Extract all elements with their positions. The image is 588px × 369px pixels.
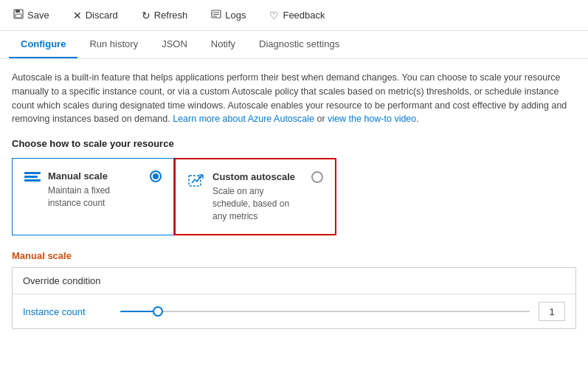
scale-section-title: Choose how to scale your resource bbox=[12, 138, 576, 149]
refresh-icon: ↻ bbox=[142, 10, 151, 21]
tabs-bar: Configure Run history JSON Notify Diagno… bbox=[0, 31, 588, 59]
slider-track bbox=[120, 311, 530, 312]
instance-value: 1 bbox=[549, 306, 554, 317]
refresh-button[interactable]: ↻ Refresh bbox=[137, 7, 193, 24]
instance-value-box[interactable]: 1 bbox=[539, 302, 565, 321]
tab-diagnostic-settings[interactable]: Diagnostic settings bbox=[247, 31, 351, 58]
description-text: Autoscale is a built-in feature that hel… bbox=[12, 71, 576, 126]
custom-autoscale-desc: Scale on any schedule, based on any metr… bbox=[212, 185, 304, 222]
tab-run-history[interactable]: Run history bbox=[77, 31, 150, 58]
manual-scale-icon bbox=[24, 172, 41, 182]
custom-autoscale-icon bbox=[187, 173, 205, 195]
svg-rect-1 bbox=[15, 10, 20, 13]
tab-json[interactable]: JSON bbox=[150, 31, 199, 58]
how-to-video-link[interactable]: view the how-to video bbox=[328, 114, 416, 124]
override-condition-label: Override condition bbox=[23, 275, 101, 286]
manual-scale-card[interactable]: Manual scale Maintain a fixed instance c… bbox=[12, 158, 174, 235]
manual-scale-section-title: Manual scale bbox=[12, 250, 576, 261]
save-icon bbox=[13, 9, 24, 21]
tab-configure[interactable]: Configure bbox=[9, 31, 77, 58]
manual-scale-radio[interactable] bbox=[150, 170, 162, 182]
manual-scale-box: Override condition Instance count 1 bbox=[12, 267, 576, 329]
toolbar: Save ✕ Discard ↻ Refresh Logs ♡ Feedback bbox=[0, 0, 588, 31]
manual-scale-title: Manual scale bbox=[48, 170, 142, 182]
scale-options: Manual scale Maintain a fixed instance c… bbox=[12, 158, 576, 235]
save-button[interactable]: Save bbox=[9, 6, 54, 24]
manual-scale-desc: Maintain a fixed instance count bbox=[48, 184, 142, 210]
manual-scale-content: Manual scale Maintain a fixed instance c… bbox=[48, 170, 142, 210]
instance-count-row: Instance count 1 bbox=[13, 294, 575, 328]
instance-count-slider-container bbox=[120, 311, 530, 312]
feedback-icon: ♡ bbox=[269, 10, 279, 21]
tab-notify[interactable]: Notify bbox=[199, 31, 247, 58]
discard-button[interactable]: ✕ Discard bbox=[69, 7, 122, 24]
instance-count-label: Instance count bbox=[23, 306, 111, 317]
discard-label: Discard bbox=[86, 10, 118, 21]
feedback-label: Feedback bbox=[283, 10, 325, 21]
main-content: Autoscale is a built-in feature that hel… bbox=[0, 59, 588, 365]
slider-thumb[interactable] bbox=[153, 306, 163, 317]
manual-scale-section: Manual scale Override condition Instance… bbox=[12, 250, 576, 329]
feedback-button[interactable]: ♡ Feedback bbox=[265, 7, 329, 24]
logs-button[interactable]: Logs bbox=[207, 6, 250, 24]
custom-autoscale-radio[interactable] bbox=[311, 171, 323, 183]
override-condition-row: Override condition bbox=[13, 268, 575, 294]
custom-autoscale-card[interactable]: Custom autoscale Scale on any schedule, … bbox=[174, 158, 336, 235]
custom-autoscale-title: Custom autoscale bbox=[212, 171, 304, 182]
svg-rect-2 bbox=[15, 14, 21, 18]
learn-more-link[interactable]: Learn more about Azure Autoscale bbox=[173, 114, 314, 124]
save-label: Save bbox=[27, 10, 49, 21]
logs-icon bbox=[211, 9, 221, 21]
custom-autoscale-content: Custom autoscale Scale on any schedule, … bbox=[212, 171, 304, 222]
logs-label: Logs bbox=[225, 10, 246, 21]
refresh-label: Refresh bbox=[154, 10, 188, 21]
discard-icon: ✕ bbox=[73, 10, 82, 21]
